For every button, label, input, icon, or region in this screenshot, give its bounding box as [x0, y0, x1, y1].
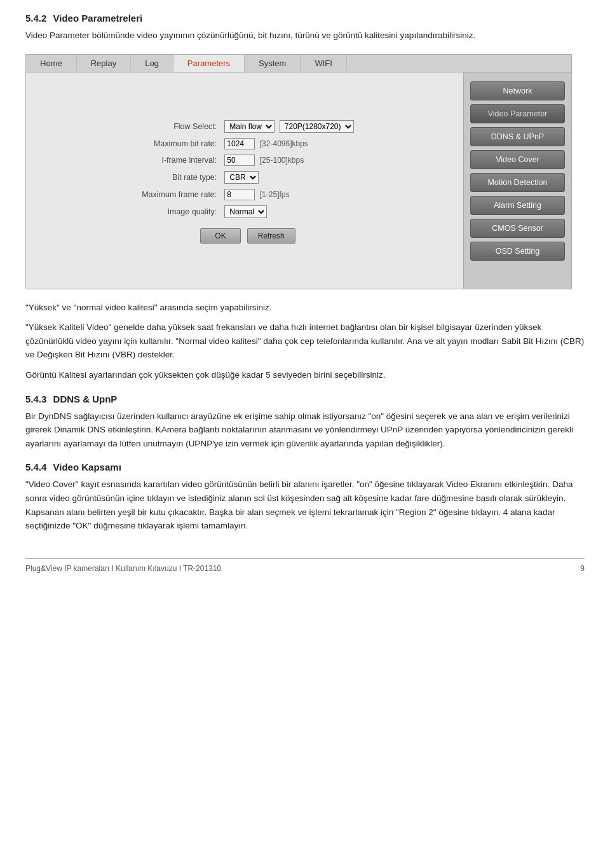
subsection-5-4-4-title: 5.4.4 Video Kapsamı [25, 462, 585, 472]
flow-value: Main flow 720P(1280x720) [220, 118, 357, 135]
image-quality-select[interactable]: Normal [224, 205, 267, 218]
body-para-2: Görüntü Kalitesi ayarlarından çok yüksek… [25, 368, 585, 382]
main-area: Flow Select: Main flow 720P(1280x720) Ma… [26, 72, 571, 289]
sidebar: Network Video Parameter DDNS & UPnP Vide… [463, 72, 571, 289]
max-bitrate-value: [32-4096]kbps [220, 135, 357, 152]
max-framerate-range: [1-25]fps [260, 190, 290, 199]
flow-label: Flow Select: [138, 118, 220, 135]
iframe-range: [25-100]kbps [260, 156, 304, 165]
section-title: 5.4.2 Video Parametreleri [25, 13, 585, 24]
iframe-label: I-frame interval: [138, 152, 220, 169]
flow-resolution-select[interactable]: 720P(1280x720) [280, 120, 354, 133]
form-table: Flow Select: Main flow 720P(1280x720) Ma… [138, 118, 358, 221]
nav-wifi[interactable]: WIFI [301, 55, 346, 72]
form-buttons: OK Refresh [45, 228, 451, 244]
nav-bar: Home Replay Log Parameters System WIFI [26, 55, 571, 72]
sidebar-alarm-setting[interactable]: Alarm Setting [470, 196, 565, 215]
sidebar-ddns-upnp[interactable]: DDNS & UPnP [470, 127, 565, 146]
screenshot-box: Home Replay Log Parameters System WIFI F… [25, 54, 572, 289]
image-quality-value: Normal [220, 203, 357, 221]
ok-button[interactable]: OK [200, 228, 240, 244]
sidebar-video-cover[interactable]: Video Cover [470, 150, 565, 169]
subsection-5-4-4-para-0: "Video Cover" kayıt esnasında karartılan… [25, 478, 585, 532]
image-quality-label: Image quality: [138, 203, 220, 221]
sidebar-network[interactable]: Network [470, 81, 565, 100]
max-framerate-label: Maximum frame rate: [138, 186, 220, 203]
iframe-value: [25-100]kbps [220, 152, 357, 169]
bitrate-type-label: Bit rate type: [138, 169, 220, 186]
nav-log[interactable]: Log [131, 55, 173, 72]
max-framerate-value: [1-25]fps [220, 186, 357, 203]
max-bitrate-label: Maximum bit rate: [138, 135, 220, 152]
section-intro: Video Parameter bölümünde video yayınını… [25, 29, 585, 43]
flow-select[interactable]: Main flow [224, 120, 274, 133]
sidebar-osd-setting[interactable]: OSD Setting [470, 242, 565, 261]
refresh-button[interactable]: Refresh [247, 228, 295, 244]
bitrate-type-value: CBR [220, 169, 357, 186]
body-para-1: "Yüksek Kaliteli Video" genelde daha yük… [25, 320, 585, 362]
nav-home[interactable]: Home [26, 55, 77, 72]
nav-system[interactable]: System [245, 55, 301, 72]
max-bitrate-input[interactable] [224, 138, 255, 149]
nav-replay[interactable]: Replay [77, 55, 131, 72]
nav-parameters[interactable]: Parameters [173, 55, 245, 72]
subsection-5-4-4: 5.4.4 Video Kapsamı "Video Cover" kayıt … [25, 462, 585, 532]
max-bitrate-range: [32-4096]kbps [260, 139, 308, 148]
footer-right: 9 [580, 564, 585, 573]
sidebar-motion-detection[interactable]: Motion Detection [470, 173, 565, 192]
max-framerate-input[interactable] [224, 189, 255, 200]
subsection-5-4-3-para-0: Bir DynDNS sağlayıcısı üzerinden kullanı… [25, 410, 585, 451]
subsection-5-4-3-title: 5.4.3 DDNS & UpnP [25, 394, 585, 404]
iframe-input[interactable] [224, 155, 255, 166]
sidebar-video-parameter[interactable]: Video Parameter [470, 104, 565, 123]
footer-left: Plug&View IP kameraları I Kullanım Kılav… [25, 564, 221, 573]
body-para-0: "Yüksek" ve "normal video kalitesi" aras… [25, 301, 585, 315]
bitrate-type-select[interactable]: CBR [224, 171, 259, 184]
subsection-5-4-3: 5.4.3 DDNS & UpnP Bir DynDNS sağlayıcısı… [25, 394, 585, 451]
sidebar-cmos-sensor[interactable]: CMOS Sensor [470, 219, 565, 238]
form-area: Flow Select: Main flow 720P(1280x720) Ma… [26, 72, 463, 289]
footer: Plug&View IP kameraları I Kullanım Kılav… [25, 558, 585, 573]
